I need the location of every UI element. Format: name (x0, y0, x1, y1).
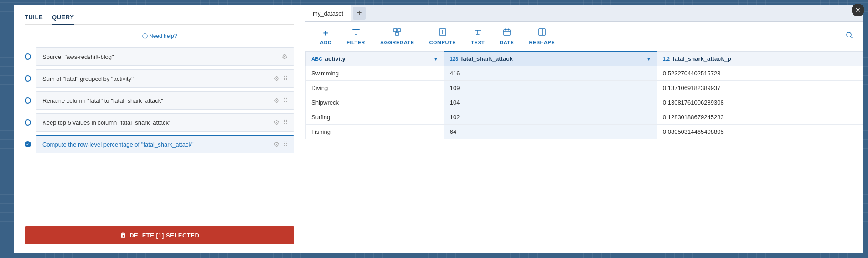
cell-fatal-0: 416 (444, 66, 657, 81)
cell-pct-1: 0.1371069182389937 (657, 81, 863, 95)
step-text-4: Keep top 5 values in column "fatal_shark… (42, 119, 274, 126)
step-card-2[interactable]: Sum of "fatal" grouped by "activity" ⚙ ⠿ (36, 69, 294, 88)
cell-pct-3: 0.12830188679245283 (657, 110, 863, 125)
text-toolbar-button[interactable]: TEXT (464, 25, 492, 48)
drag-icon-4[interactable]: ⠿ (283, 119, 288, 126)
tab-query[interactable]: QUERY (52, 14, 74, 25)
search-button[interactable] (842, 28, 856, 44)
gear-icon-1[interactable]: ⚙ (282, 53, 288, 60)
step-icons-5: ⚙ ⠿ (274, 141, 288, 148)
drag-icon-5[interactable]: ⠿ (283, 141, 288, 148)
step-icons-1: ⚙ (282, 53, 288, 60)
step-icons-4: ⚙ ⠿ (274, 119, 288, 126)
step-item-5: Compute the row-level percentage of "fat… (25, 135, 294, 153)
add-label: ADD (320, 40, 331, 45)
delete-btn-label: DELETE [1] SELECTED (129, 232, 199, 239)
svg-rect-2 (396, 32, 398, 35)
table-row: Diving1090.1371069182389937 (306, 81, 863, 95)
toolbar: ＋ ADD FILTER AGG (305, 22, 863, 51)
filter-label: FILTER (346, 40, 365, 45)
filter-toolbar-button[interactable]: FILTER (339, 25, 373, 48)
cell-pct-2: 0.13081761006289308 (657, 95, 863, 110)
col-name-pct: fatal_shark_attack_p (672, 55, 731, 62)
compute-toolbar-button[interactable]: COMPUTE (422, 25, 464, 48)
cell-activity-4: Fishing (306, 125, 444, 139)
step-text-3: Rename column "fatal" to "fatal_shark_at… (42, 97, 274, 104)
reshape-icon (538, 28, 546, 38)
gear-icon-4[interactable]: ⚙ (274, 119, 279, 126)
step-text-5: Compute the row-level percentage of "fat… (42, 141, 274, 148)
svg-rect-1 (398, 29, 400, 32)
delete-selected-button[interactable]: 🗑 DELETE [1] SELECTED (25, 226, 294, 244)
col-type-pct: 1.2 (663, 56, 670, 62)
reshape-toolbar-button[interactable]: RESHAPE (522, 25, 563, 48)
dataset-tab-bar: my_dataset + (305, 5, 863, 22)
aggregate-label: AGGREGATE (380, 40, 414, 45)
step-dot-5 (25, 141, 31, 147)
column-header-activity[interactable]: ABC activity ▼ (306, 52, 444, 66)
cell-fatal-1: 109 (444, 81, 657, 95)
column-header-fatal-shark-attack[interactable]: 123 fatal_shark_attack ▼ (444, 52, 657, 66)
text-label: TEXT (471, 40, 485, 45)
add-icon: ＋ (321, 27, 330, 38)
table-row: Shipwreck1040.13081761006289308 (306, 95, 863, 110)
col-name-activity: activity (325, 55, 346, 62)
step-dot-2 (25, 75, 31, 82)
column-header-fatal-pct[interactable]: 1.2 fatal_shark_attack_p (657, 52, 863, 66)
date-toolbar-button[interactable]: DATE (492, 25, 522, 48)
svg-rect-0 (394, 29, 397, 32)
add-tab-button[interactable]: + (353, 7, 366, 20)
step-item-4: Keep top 5 values in column "fatal_shark… (25, 113, 294, 132)
aggregate-icon (393, 28, 401, 38)
date-label: DATE (500, 40, 514, 45)
step-card-4[interactable]: Keep top 5 values in column "fatal_shark… (36, 113, 294, 132)
step-dot-1 (25, 53, 31, 60)
cell-fatal-2: 104 (444, 95, 657, 110)
delete-icon: 🗑 (120, 232, 126, 239)
right-panel: ✕ my_dataset + ＋ ADD FILTER (305, 5, 863, 253)
table-row: Swimming4160.5232704402515723 (306, 66, 863, 81)
cell-activity-2: Shipwreck (306, 95, 444, 110)
col-type-fatal: 123 (450, 56, 458, 62)
step-card-5[interactable]: Compute the row-level percentage of "fat… (36, 135, 294, 153)
step-item-2: Sum of "fatal" grouped by "activity" ⚙ ⠿ (25, 69, 294, 88)
step-icons-3: ⚙ ⠿ (274, 97, 288, 104)
dataset-tab[interactable]: my_dataset (305, 5, 351, 21)
tab-tuile[interactable]: TUILE (25, 14, 43, 25)
data-table: ABC activity ▼ 123 fatal_shark_attack ▼ (305, 51, 863, 253)
steps-list: Source: "aws-redshift-blog" ⚙ Sum of "fa… (25, 47, 294, 219)
compute-label: COMPUTE (429, 40, 456, 45)
compute-icon (439, 28, 447, 38)
tab-bar-left: TUILE QUERY (25, 14, 294, 25)
cell-pct-4: 0.08050314465408805 (657, 125, 863, 139)
add-toolbar-button[interactable]: ＋ ADD (313, 25, 339, 48)
table-row: Fishing640.08050314465408805 (306, 125, 863, 139)
col-dropdown-activity[interactable]: ▼ (433, 56, 439, 62)
table-row: Surfing1020.12830188679245283 (306, 110, 863, 125)
step-item-3: Rename column "fatal" to "fatal_shark_at… (25, 91, 294, 110)
text-icon (474, 28, 482, 38)
col-name-fatal: fatal_shark_attack (461, 55, 512, 62)
step-text-2: Sum of "fatal" grouped by "activity" (42, 75, 274, 82)
drag-icon-3[interactable]: ⠿ (283, 97, 288, 104)
step-dot-3 (25, 97, 31, 104)
col-dropdown-fatal[interactable]: ▼ (646, 56, 651, 62)
gear-icon-3[interactable]: ⚙ (274, 97, 279, 104)
col-type-activity: ABC (311, 56, 322, 62)
left-panel: TUILE QUERY ⓘ Need help? Source: "aws-re… (14, 5, 305, 253)
cell-activity-0: Swimming (306, 66, 444, 81)
step-item-1: Source: "aws-redshift-blog" ⚙ (25, 47, 294, 66)
drag-icon-2[interactable]: ⠿ (283, 75, 288, 82)
date-icon (503, 28, 511, 38)
aggregate-toolbar-button[interactable]: AGGREGATE (373, 25, 422, 48)
step-card-1[interactable]: Source: "aws-redshift-blog" ⚙ (36, 47, 294, 66)
need-help-link[interactable]: ⓘ Need help? (25, 32, 294, 40)
close-all-button[interactable]: ✕ (852, 4, 864, 16)
gear-icon-2[interactable]: ⚙ (274, 75, 279, 82)
step-dot-4 (25, 119, 31, 126)
step-icons-2: ⚙ ⠿ (274, 75, 288, 82)
dataset-tab-label: my_dataset (313, 10, 343, 17)
gear-icon-5[interactable]: ⚙ (274, 141, 279, 148)
reshape-label: RESHAPE (529, 40, 555, 45)
step-card-3[interactable]: Rename column "fatal" to "fatal_shark_at… (36, 91, 294, 110)
